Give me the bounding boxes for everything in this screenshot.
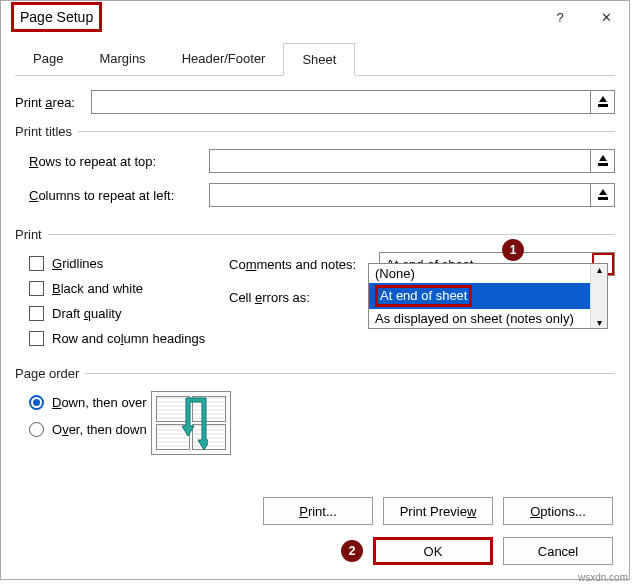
draft-quality-checkbox[interactable] <box>29 306 44 321</box>
row-col-headings-label: Row and column headings <box>52 331 205 346</box>
gridlines-label: Gridlines <box>52 256 103 271</box>
tab-page[interactable]: Page <box>15 43 81 75</box>
row-col-headings-checkbox[interactable] <box>29 331 44 346</box>
options-button[interactable]: Options... <box>503 497 613 525</box>
rows-repeat-label: Rows to repeat at top: <box>29 154 209 169</box>
comments-label: Comments and notes: <box>229 257 379 272</box>
black-white-label: Black and white <box>52 281 143 296</box>
ok-button[interactable]: OK <box>373 537 493 565</box>
comments-dropdown: (None) At end of sheet As displayed on s… <box>368 263 608 329</box>
rows-repeat-input[interactable] <box>209 149 591 173</box>
down-then-over-label: Down, then over <box>52 395 147 410</box>
print-area-label: Print area: <box>15 95 91 110</box>
close-button[interactable]: ✕ <box>583 1 629 33</box>
dialog-button-row-lower: 2 OK Cancel <box>341 537 613 565</box>
cancel-button[interactable]: Cancel <box>503 537 613 565</box>
print-button[interactable]: Print... <box>263 497 373 525</box>
page-order-diagram <box>151 391 231 455</box>
tab-strip: Page Margins Header/Footer Sheet <box>15 43 615 76</box>
svg-rect-1 <box>598 163 608 166</box>
down-then-over-radio[interactable] <box>29 395 44 410</box>
collapse-icon <box>596 154 610 168</box>
cell-errors-label: Cell errors as: <box>229 290 379 305</box>
close-icon: ✕ <box>601 10 612 25</box>
tab-headerfooter[interactable]: Header/Footer <box>164 43 284 75</box>
help-icon: ? <box>556 10 563 25</box>
titlebar: Page Setup ? ✕ <box>1 1 629 33</box>
gridlines-checkbox[interactable] <box>29 256 44 271</box>
print-area-input[interactable] <box>91 90 591 114</box>
print-legend: Print <box>15 227 48 242</box>
annotation-badge-2: 2 <box>341 540 363 562</box>
over-then-down-radio[interactable] <box>29 422 44 437</box>
annotation-badge-1: 1 <box>502 239 524 261</box>
page-order-legend: Page order <box>15 366 85 381</box>
over-then-down-label: Over, then down <box>52 422 147 437</box>
dd-option-end-of-sheet[interactable]: At end of sheet <box>369 283 607 309</box>
chevron-down-icon: ▾ <box>597 317 602 328</box>
print-area-range-button[interactable] <box>591 90 615 114</box>
rows-repeat-range-button[interactable] <box>591 149 615 173</box>
black-white-checkbox[interactable] <box>29 281 44 296</box>
watermark: wsxdn.com <box>578 572 628 583</box>
dropdown-scrollbar[interactable]: ▴▾ <box>590 264 607 328</box>
cols-repeat-input[interactable] <box>209 183 591 207</box>
chevron-up-icon: ▴ <box>597 264 602 275</box>
collapse-icon <box>596 95 610 109</box>
collapse-icon <box>596 188 610 202</box>
tab-margins[interactable]: Margins <box>81 43 163 75</box>
tab-sheet[interactable]: Sheet <box>283 43 355 76</box>
cols-repeat-range-button[interactable] <box>591 183 615 207</box>
print-titles-group: Print titles Rows to repeat at top: Colu… <box>15 124 615 217</box>
dd-option-none[interactable]: (None) <box>369 264 607 283</box>
dd-option-as-displayed[interactable]: As displayed on sheet (notes only) <box>369 309 607 328</box>
page-order-group: Page order Down, then over Over, then do… <box>15 366 615 455</box>
page-setup-dialog: Page Setup ? ✕ Page Margins Header/Foote… <box>0 0 630 580</box>
dialog-button-row-upper: Print... Print Preview Options... <box>263 497 613 525</box>
help-button[interactable]: ? <box>537 1 583 33</box>
dialog-title: Page Setup <box>11 2 102 32</box>
print-titles-legend: Print titles <box>15 124 78 139</box>
cols-repeat-label: Columns to repeat at left: <box>29 188 209 203</box>
svg-rect-0 <box>598 104 608 107</box>
page-order-arrow-icon <box>180 396 208 452</box>
print-preview-button[interactable]: Print Preview <box>383 497 493 525</box>
draft-quality-label: Draft quality <box>52 306 121 321</box>
svg-rect-2 <box>598 197 608 200</box>
